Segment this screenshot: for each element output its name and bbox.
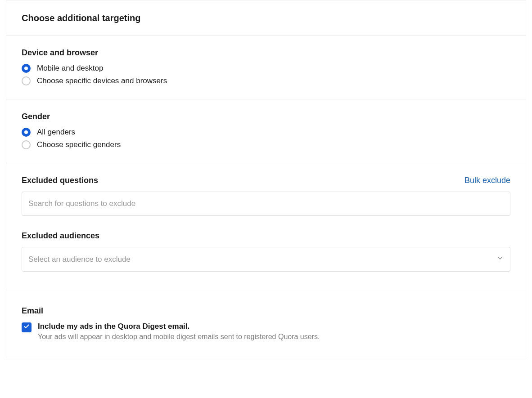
section-gender: Gender All genders Choose specific gende… xyxy=(6,99,526,163)
email-digest-text: Include my ads in the Quora Digest email… xyxy=(38,322,320,341)
email-heading: Email xyxy=(22,306,510,316)
radio-gender-specific[interactable]: Choose specific genders xyxy=(22,140,510,149)
radio-icon xyxy=(22,76,31,85)
email-digest-checkbox[interactable] xyxy=(22,322,32,332)
radio-label: Choose specific genders xyxy=(37,140,121,149)
excluded-questions-search-input[interactable] xyxy=(22,192,510,216)
radio-icon xyxy=(22,140,31,149)
section-email: Email Include my ads in the Quora Digest… xyxy=(6,288,526,359)
email-digest-description: Your ads will appear in desktop and mobi… xyxy=(38,333,320,341)
email-digest-title: Include my ads in the Quora Digest email… xyxy=(38,322,320,331)
radio-device-specific[interactable]: Choose specific devices and browsers xyxy=(22,76,510,85)
bulk-exclude-link[interactable]: Bulk exclude xyxy=(464,176,510,185)
card-header: Choose additional targeting xyxy=(6,0,526,36)
excluded-questions-heading: Excluded questions xyxy=(22,176,98,185)
select-placeholder: Select an audience to exclude xyxy=(28,255,131,264)
radio-icon xyxy=(22,64,31,73)
section-exclusions: Excluded questions Bulk exclude Excluded… xyxy=(6,163,526,288)
gender-heading: Gender xyxy=(22,112,510,121)
radio-gender-all[interactable]: All genders xyxy=(22,128,510,137)
radio-label: Mobile and desktop xyxy=(37,64,103,73)
radio-icon xyxy=(22,128,31,137)
excluded-audiences-heading: Excluded audiences xyxy=(22,231,510,241)
card-title: Choose additional targeting xyxy=(22,13,510,23)
section-device-browser: Device and browser Mobile and desktop Ch… xyxy=(6,36,526,99)
radio-device-all[interactable]: Mobile and desktop xyxy=(22,64,510,73)
radio-label: Choose specific devices and browsers xyxy=(37,76,167,85)
check-icon xyxy=(23,323,30,331)
email-digest-checkbox-row: Include my ads in the Quora Digest email… xyxy=(22,322,510,341)
excluded-questions-header: Excluded questions Bulk exclude xyxy=(22,176,510,185)
targeting-card: Choose additional targeting Device and b… xyxy=(6,0,526,359)
device-heading: Device and browser xyxy=(22,48,510,58)
radio-label: All genders xyxy=(37,128,75,137)
excluded-audiences-select[interactable]: Select an audience to exclude xyxy=(22,247,510,272)
chevron-down-icon xyxy=(496,255,504,264)
